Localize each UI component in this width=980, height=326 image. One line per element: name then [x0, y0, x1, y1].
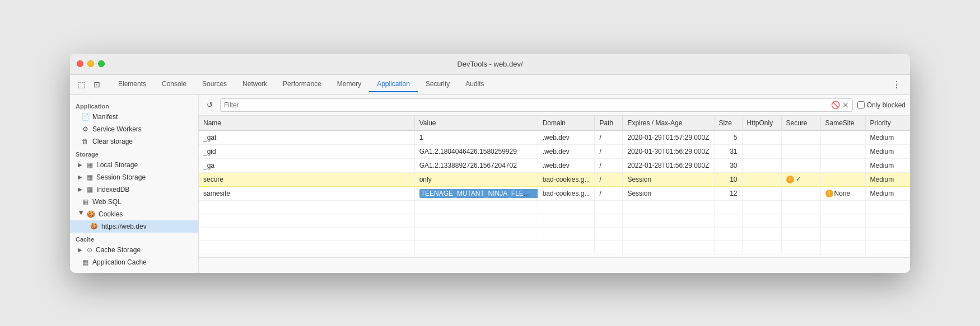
- cell-expires: Session: [623, 186, 714, 200]
- tab-security[interactable]: Security: [418, 77, 458, 92]
- local-storage-icon: ▦: [87, 161, 93, 169]
- cell-samesite: [820, 158, 865, 172]
- th-priority[interactable]: Priority: [865, 116, 910, 131]
- empty-cell: [623, 240, 714, 254]
- empty-cell: [714, 200, 742, 214]
- tab-memory[interactable]: Memory: [329, 77, 369, 92]
- device-icon[interactable]: ⊡: [90, 78, 104, 91]
- th-size[interactable]: Size: [714, 116, 742, 131]
- cache-storage-label: Cache Storage: [96, 246, 141, 254]
- application-cache-icon: ▦: [81, 258, 89, 266]
- cell-path: /: [595, 144, 623, 158]
- block-filter-icon[interactable]: 🚫: [831, 101, 840, 109]
- th-path[interactable]: Path: [595, 116, 623, 131]
- sidebar-item-session-storage-expand[interactable]: ▶ ▦ Session Storage: [70, 171, 198, 183]
- tab-audits[interactable]: Audits: [458, 77, 492, 92]
- filter-clear-button[interactable]: ✕: [842, 101, 849, 110]
- th-samesite[interactable]: SameSite: [820, 116, 865, 131]
- tab-network[interactable]: Network: [235, 77, 275, 92]
- cell-domain: bad-cookies.g...: [538, 172, 595, 186]
- cell-path: /: [595, 186, 623, 200]
- tab-performance[interactable]: Performance: [275, 77, 329, 92]
- sidebar-item-cache-storage-expand[interactable]: ▶ ⊙ Cache Storage: [70, 244, 198, 256]
- empty-cell: [820, 214, 865, 227]
- cell-samesite: [820, 172, 865, 186]
- sidebar-item-clear-storage[interactable]: 🗑 Clear storage: [70, 135, 198, 148]
- empty-cell: [199, 240, 414, 254]
- sidebar-item-application-cache[interactable]: ▦ Application Cache: [70, 256, 198, 268]
- manifest-label: Manifest: [92, 113, 118, 121]
- expand-arrow-local-storage: ▶: [78, 162, 85, 168]
- empty-cell: [865, 200, 910, 214]
- only-blocked-checkbox[interactable]: [857, 101, 865, 108]
- cell-expires: 2020-01-29T01:57:29.000Z: [623, 130, 714, 144]
- tab-application[interactable]: Application: [369, 77, 418, 92]
- tab-elements[interactable]: Elements: [110, 77, 154, 92]
- cell-secure: i✓: [781, 172, 820, 186]
- close-button[interactable]: [77, 60, 83, 67]
- sidebar-item-cookies-url[interactable]: 🍪 https://web.dev: [70, 220, 198, 233]
- clear-storage-icon: 🗑: [81, 138, 89, 145]
- more-tabs-button[interactable]: ⋮: [888, 79, 906, 90]
- none-label: None: [834, 190, 851, 197]
- cell-priority: Medium: [865, 158, 910, 172]
- table-row[interactable]: _gaGA1.2.1338892726.1567204702.web.dev/2…: [199, 158, 910, 172]
- none-warning-icon: i: [825, 190, 833, 197]
- empty-cell: [595, 214, 623, 227]
- table-row[interactable]: _gat1.web.dev/2020-01-29T01:57:29.000Z5M…: [199, 130, 910, 144]
- empty-cell: [623, 200, 714, 214]
- sidebar-item-cookies-expand[interactable]: ▶ 🍪 Cookies: [70, 208, 198, 220]
- cell-domain: .web.dev: [538, 144, 595, 158]
- tab-sources[interactable]: Sources: [194, 77, 235, 92]
- cell-value: GA1.2.1338892726.1567204702: [414, 158, 538, 172]
- cookies-label: Cookies: [99, 210, 123, 218]
- empty-cell: [781, 227, 820, 240]
- expand-arrow-cookies: ▶: [78, 211, 85, 218]
- empty-cell: [865, 240, 910, 254]
- sidebar-item-manifest[interactable]: 📄 Manifest: [70, 111, 198, 123]
- tabs: Elements Console Sources Network Perform…: [110, 77, 888, 92]
- empty-cell: [781, 200, 820, 214]
- cell-httponly: [742, 130, 781, 144]
- window-title: DevTools - web.dev/: [457, 60, 522, 68]
- minimize-button[interactable]: [87, 60, 94, 67]
- value-selected-text: TEENAGE_MUTANT_NINJA_FLEURTLES: [419, 189, 538, 198]
- empty-cell: [742, 227, 781, 240]
- empty-cell: [199, 214, 414, 227]
- only-blocked-label: Only blocked: [867, 101, 906, 109]
- empty-row: [199, 214, 910, 227]
- clear-storage-label: Clear storage: [92, 138, 133, 145]
- table-row[interactable]: secureonlybad-cookies.g.../Session10i✓Me…: [199, 172, 910, 186]
- sidebar-item-local-storage-expand[interactable]: ▶ ▦ Local Storage: [70, 159, 198, 171]
- cursor-icon[interactable]: ⬚: [74, 78, 88, 91]
- only-blocked-wrap[interactable]: Only blocked: [857, 101, 906, 109]
- empty-cell: [199, 227, 414, 240]
- empty-cell: [623, 227, 714, 240]
- th-domain[interactable]: Domain: [538, 116, 595, 131]
- th-httponly[interactable]: HttpOnly: [742, 116, 781, 131]
- cell-value: only: [414, 172, 538, 186]
- th-expires[interactable]: Expires / Max-Age: [623, 116, 714, 131]
- table-row[interactable]: samesiteTEENAGE_MUTANT_NINJA_FLEURTLESba…: [199, 186, 910, 200]
- th-value[interactable]: Value: [414, 116, 538, 131]
- filter-input[interactable]: [224, 101, 831, 109]
- th-name[interactable]: Name: [199, 116, 414, 131]
- th-secure[interactable]: Secure: [781, 116, 820, 131]
- table-row[interactable]: _gidGA1.2.1804046426.1580259929.web.dev/…: [199, 144, 910, 158]
- manifest-icon: 📄: [81, 113, 89, 121]
- sidebar-item-web-sql[interactable]: ▦ Web SQL: [70, 196, 198, 208]
- expand-arrow-cache-storage: ▶: [78, 247, 85, 253]
- sidebar-item-indexeddb-expand[interactable]: ▶ ▦ IndexedDB: [70, 183, 198, 196]
- maximize-button[interactable]: [98, 60, 105, 67]
- application-cache-label: Application Cache: [92, 258, 147, 266]
- cookies-icon: 🍪: [87, 210, 95, 218]
- cell-name: _gat: [199, 130, 414, 144]
- empty-cell: [623, 214, 714, 227]
- empty-cell: [865, 214, 910, 227]
- cell-name: _ga: [199, 158, 414, 172]
- tab-console[interactable]: Console: [154, 77, 194, 92]
- checkmark-icon: ✓: [796, 176, 801, 183]
- sidebar-item-service-workers[interactable]: ⚙ Service Workers: [70, 123, 198, 135]
- empty-cell: [865, 227, 910, 240]
- refresh-button[interactable]: ↺: [203, 99, 216, 111]
